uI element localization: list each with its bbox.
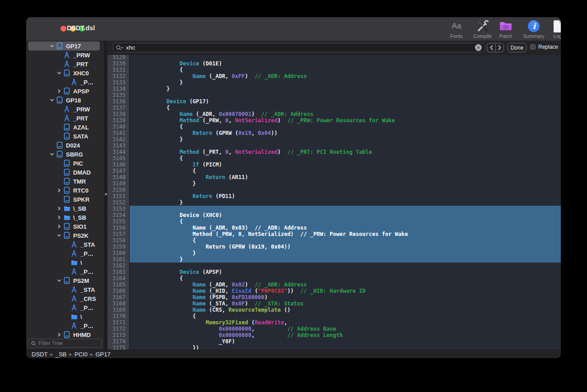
tree-item-pic[interactable]: PIC: [28, 159, 100, 168]
line-number: 3174: [107, 338, 130, 345]
chevron-down-icon[interactable]: [49, 97, 55, 103]
tree-item-tmr[interactable]: TMR: [28, 177, 100, 186]
tree-item-spkr[interactable]: SPKR: [28, 195, 100, 204]
breadcrumb-item-pci0[interactable]: PCI0: [75, 351, 88, 358]
splitter-handle-dot[interactable]: [105, 193, 107, 195]
line-number: 3165: [107, 281, 130, 288]
tree-item-dmad[interactable]: DMAD: [28, 168, 100, 177]
tree-item-p[interactable]: _P…: [28, 249, 100, 258]
find-next-button[interactable]: [495, 43, 504, 52]
chevron-down-icon[interactable]: [49, 43, 55, 49]
search-field[interactable]: xhc ✕: [113, 43, 485, 52]
chevron-spacer: [63, 250, 70, 257]
tree-item-d024[interactable]: D024: [28, 141, 100, 150]
tree-item-sbrg[interactable]: SBRG: [28, 150, 100, 159]
chevron-down-icon[interactable]: [56, 232, 62, 239]
tree-item-label: SIO1: [73, 223, 87, 230]
find-previous-button[interactable]: [487, 43, 495, 52]
device-icon: [63, 232, 70, 239]
tree-item-sb[interactable]: \_SB: [28, 213, 100, 222]
line-text: {: [130, 124, 561, 130]
chevron-right-icon[interactable]: [56, 187, 62, 194]
patch-button[interactable]: Patch: [492, 19, 519, 39]
device-icon: [56, 142, 63, 149]
chevron-down-icon[interactable]: [49, 151, 55, 157]
tree-item-label: DMAD: [73, 169, 91, 176]
tree-item-prt[interactable]: _PRT: [28, 60, 100, 69]
pane-splitter[interactable]: [104, 41, 107, 350]
search-scope-icon[interactable]: [116, 45, 124, 51]
chevron-right-icon[interactable]: [56, 205, 62, 212]
tree-item-sta[interactable]: _STA: [28, 240, 100, 249]
chevron-down-icon[interactable]: [56, 70, 62, 76]
method-icon: [63, 60, 70, 68]
code-line-3163: 3163 Device (APSP): [107, 269, 561, 275]
filter-tree-input[interactable]: Filter Tree: [28, 339, 102, 348]
chevron-right-icon[interactable]: [56, 223, 62, 230]
tree-item-ps2k[interactable]: PS2K: [28, 231, 100, 240]
tree-item-gp18[interactable]: GP18: [28, 96, 100, 105]
code-line-3161: 3161 }: [107, 256, 561, 263]
summary-button[interactable]: i Summary: [520, 19, 547, 39]
line-text: {: [130, 313, 561, 319]
close-traffic-light[interactable]: [61, 26, 66, 32]
code-line-3166: 3166 Name (_HID, EisaId ("PNP0C02")) // …: [107, 288, 561, 294]
line-text: Device (XHC0): [130, 212, 561, 218]
editor-panel: xhc ✕ Done Replace: [107, 41, 561, 350]
tree-item-apsp[interactable]: APSP: [28, 87, 100, 96]
tree-item-hhmd[interactable]: HHMD: [28, 330, 100, 339]
tree-item-[interactable]: \: [28, 258, 100, 267]
chevron-right-icon[interactable]: [56, 88, 62, 94]
tree-item-p[interactable]: _P…: [28, 321, 100, 330]
breadcrumb-item-dsdt[interactable]: DSDT: [32, 351, 47, 358]
tree-item-p[interactable]: _P…: [28, 78, 100, 87]
tree-item-sata[interactable]: SATA: [28, 132, 100, 141]
tree-item-prt[interactable]: _PRT: [28, 114, 100, 123]
line-text: Name (_ADR, 0x00070001) // _ADR: Address: [130, 111, 561, 117]
tree-item-prw[interactable]: _PRW: [28, 51, 100, 60]
tree-item-ps2m[interactable]: PS2M: [28, 276, 100, 285]
chevron-spacer: [56, 124, 62, 130]
tree-item-prw[interactable]: _PRW: [28, 105, 100, 114]
line-text: {: [130, 67, 561, 73]
line-number: 3164: [107, 275, 130, 281]
chevron-right-icon[interactable]: [56, 214, 62, 221]
tree-item-gp17[interactable]: GP17: [28, 42, 100, 51]
chevron-spacer: [56, 106, 62, 112]
tree-item-sio1[interactable]: SIO1: [28, 222, 100, 231]
breadcrumb-item-gp17[interactable]: GP17: [95, 351, 110, 358]
folder-icon: [70, 313, 78, 320]
line-number: 3170: [107, 313, 130, 319]
method-icon: [70, 322, 78, 329]
done-button[interactable]: Done: [508, 43, 526, 52]
chevron-spacer: [63, 323, 70, 329]
line-number: 3144: [107, 149, 130, 155]
line-text: Return (PD11): [130, 193, 561, 199]
line-number: 3135: [107, 92, 130, 98]
line-number: 3152: [107, 199, 130, 206]
tree-item-p[interactable]: _P…: [28, 303, 100, 312]
tree-item-azal[interactable]: AZAL: [28, 123, 100, 132]
search-query-text[interactable]: xhc: [126, 44, 473, 51]
code-editor[interactable]: 31293130 Device (D01E)3131 {3132 Name (_…: [107, 55, 561, 350]
chevron-right-icon[interactable]: [56, 332, 62, 338]
tree-item-sb[interactable]: \_SB: [28, 204, 100, 213]
device-icon: [63, 124, 70, 131]
chevron-down-icon[interactable]: [56, 277, 62, 284]
tree-item-p[interactable]: _P…: [28, 267, 100, 276]
clear-search-icon[interactable]: ✕: [475, 44, 482, 51]
tree-item-[interactable]: \: [28, 312, 100, 321]
window-title: DSDT.dsl: [67, 24, 95, 32]
method-icon: [70, 268, 78, 275]
fonts-button[interactable]: Aa Fonts: [443, 19, 470, 39]
line-text: Name (_ADR, 0xFF) // _ADR: Address: [130, 73, 561, 79]
tree-item-rtc0[interactable]: RTC0: [28, 186, 100, 195]
tree-item-xhc0[interactable]: XHC0: [28, 69, 100, 78]
replace-checkbox[interactable]: [530, 44, 536, 50]
tree-item-sta[interactable]: _STA: [28, 285, 100, 294]
line-number: 3158: [107, 237, 130, 244]
breadcrumb-item-sb[interactable]: _SB: [56, 351, 67, 358]
line-text: Memory32Fixed (ReadWrite,: [130, 319, 561, 326]
tree-item-crs[interactable]: _CRS: [28, 294, 100, 303]
log-button[interactable]: Log: [544, 19, 561, 39]
